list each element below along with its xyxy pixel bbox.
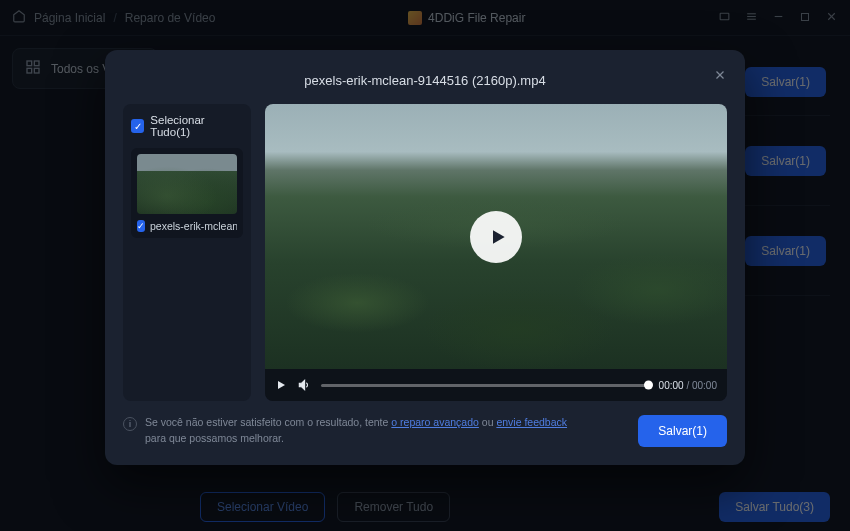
time-display: 00:00 / 00:00: [659, 380, 717, 391]
select-all-checkbox[interactable]: ✓ Selecionar Tudo(1): [131, 114, 243, 138]
volume-icon[interactable]: [297, 378, 311, 392]
modal-close-button[interactable]: [713, 68, 727, 85]
checkbox-checked-icon: ✓: [131, 119, 144, 133]
select-all-label: Selecionar Tudo(1): [150, 114, 243, 138]
thumbnail-panel: ✓ Selecionar Tudo(1) ✓ pexels-erik-mclea…: [123, 104, 251, 401]
video-preview-panel: 00:00 / 00:00: [265, 104, 727, 401]
time-current: 00:00: [659, 380, 684, 391]
video-controls: 00:00 / 00:00: [265, 369, 727, 401]
advanced-repair-link[interactable]: o reparo avançado: [391, 416, 479, 428]
checkbox-checked-icon[interactable]: ✓: [137, 220, 145, 232]
thumbnail-item[interactable]: ✓ pexels-erik-mclean…: [131, 148, 243, 238]
thumbnail-image: [137, 154, 237, 214]
modal-backdrop: pexels-erik-mclean-9144516 (2160p).mp4 ✓…: [0, 0, 850, 531]
time-total: 00:00: [692, 380, 717, 391]
modal-title: pexels-erik-mclean-9144516 (2160p).mp4: [304, 73, 545, 88]
hint-text: i Se você não estiver satisfeito com o r…: [123, 415, 567, 447]
play-icon[interactable]: [275, 379, 287, 391]
video-area[interactable]: [265, 104, 727, 369]
thumbnail-filename: pexels-erik-mclean…: [150, 220, 237, 232]
preview-modal: pexels-erik-mclean-9144516 (2160p).mp4 ✓…: [105, 50, 745, 465]
progress-bar[interactable]: [321, 384, 649, 387]
info-icon: i: [123, 417, 137, 431]
send-feedback-link[interactable]: envie feedback: [496, 416, 567, 428]
modal-save-button[interactable]: Salvar(1): [638, 415, 727, 447]
play-button-center[interactable]: [470, 211, 522, 263]
